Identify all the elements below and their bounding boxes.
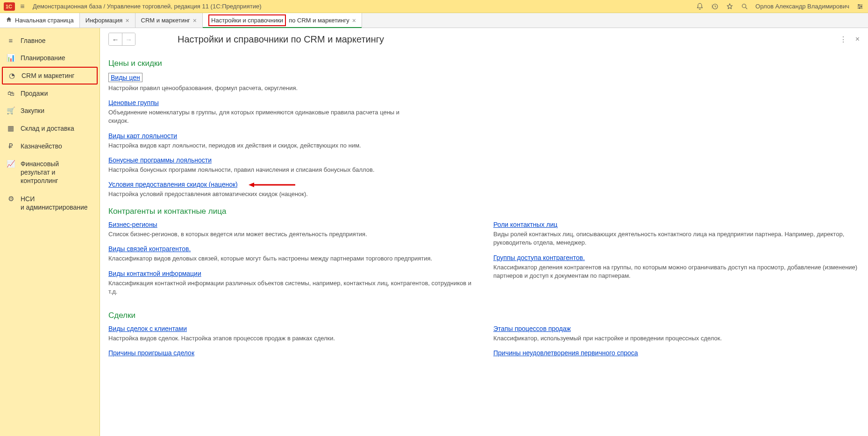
link-price-types[interactable]: Виды цен bbox=[108, 73, 142, 82]
desc: Классификатор, используемый при настройк… bbox=[493, 334, 860, 343]
grid-icon: ▦ bbox=[7, 124, 15, 133]
sidebar: ≡Главное 📊Планирование ◔CRM и маркетинг … bbox=[0, 28, 100, 436]
svg-marker-8 bbox=[249, 183, 254, 187]
tab-crm[interactable]: CRM и маркетинг × bbox=[135, 13, 203, 28]
sidebar-item-planning[interactable]: 📊Планирование bbox=[0, 49, 100, 67]
sidebar-item-warehouse[interactable]: ▦Склад и доставка bbox=[0, 120, 100, 137]
chart-icon: 📈 bbox=[7, 160, 15, 168]
cart-icon: 🛒 bbox=[7, 106, 15, 115]
link-deal-types[interactable]: Виды сделок с клиентами bbox=[108, 325, 187, 332]
tab-label-highlight: Настройки и справочники bbox=[208, 14, 286, 26]
close-icon[interactable]: × bbox=[352, 17, 356, 24]
svg-text:1C: 1C bbox=[6, 4, 12, 9]
desc: Настройка бонусных программ лояльности, … bbox=[108, 166, 407, 174]
pie-icon: ◔ bbox=[7, 71, 16, 80]
menu-icon: ≡ bbox=[7, 36, 15, 44]
desc: Настройка видов сделок. Настройка этапов… bbox=[108, 334, 475, 343]
content-area: ← → Настройки и справочники по CRM и мар… bbox=[100, 28, 868, 436]
nav-buttons: ← → bbox=[108, 33, 135, 46]
section-heading-deals: Сделки bbox=[108, 311, 860, 320]
link-relation-types[interactable]: Виды связей контрагентов. bbox=[108, 245, 191, 253]
close-icon[interactable]: × bbox=[125, 17, 129, 24]
link-discount-conditions[interactable]: Условия предоставления скидок (наценок) bbox=[108, 181, 238, 188]
tab-info[interactable]: Информация × bbox=[80, 13, 135, 28]
section-heading-contr: Контрагенты и контактные лица bbox=[108, 207, 860, 216]
planning-icon: 📊 bbox=[7, 54, 15, 62]
desc: Настройки правил ценообразования, формул… bbox=[108, 84, 407, 92]
link-contact-info-types[interactable]: Виды контактной информации bbox=[108, 270, 201, 277]
tab-label: CRM и маркетинг bbox=[141, 17, 190, 24]
app-title: Демонстрационная база / Управление торго… bbox=[33, 3, 262, 10]
desc: Классификация контактной информации разл… bbox=[108, 279, 475, 296]
desc: Настройка видов карт лояльности, периодо… bbox=[108, 141, 407, 150]
gear-icon: ⚙ bbox=[7, 195, 15, 203]
bell-icon[interactable] bbox=[696, 2, 704, 11]
app-logo: 1C bbox=[4, 2, 15, 11]
link-sale-stages[interactable]: Этапы процессов продаж bbox=[493, 325, 571, 332]
sidebar-item-fin[interactable]: 📈Финансовый результат и контроллинг bbox=[0, 155, 100, 190]
tab-label: Начальная страница bbox=[15, 17, 74, 24]
desc: Классификатор деления контрагентов на гр… bbox=[493, 263, 860, 280]
ruble-icon: ₽ bbox=[7, 142, 15, 150]
svg-point-3 bbox=[742, 4, 746, 7]
sales-icon: 🛍 bbox=[7, 89, 15, 97]
desc: Настройка условий предоставления автомат… bbox=[108, 190, 407, 198]
back-button[interactable]: ← bbox=[109, 33, 122, 45]
desc: Виды ролей контактных лиц, описывающих д… bbox=[493, 230, 860, 247]
link-price-groups[interactable]: Ценовые группы bbox=[108, 99, 159, 106]
hamburger-icon[interactable]: ≡ bbox=[18, 2, 27, 11]
desc: Объединение номенклатуры в группы, для к… bbox=[108, 108, 407, 125]
tab-label-rest: по CRM и маркетингу bbox=[289, 17, 349, 24]
sidebar-item-purchases[interactable]: 🛒Закупки bbox=[0, 102, 100, 120]
star-icon[interactable] bbox=[726, 2, 734, 11]
tab-home[interactable]: Начальная страница bbox=[0, 13, 80, 28]
page-title: Настройки и справочники по CRM и маркети… bbox=[178, 34, 384, 45]
svg-point-5 bbox=[861, 6, 862, 7]
link-regions[interactable]: Бизнес-регионы bbox=[108, 221, 157, 228]
search-icon[interactable] bbox=[740, 2, 749, 11]
link-access-groups[interactable]: Группы доступа контрагентов. bbox=[493, 254, 585, 261]
sidebar-item-crm[interactable]: ◔CRM и маркетинг bbox=[2, 67, 98, 84]
close-icon[interactable]: × bbox=[193, 17, 197, 24]
tab-settings[interactable]: Настройки и справочники по CRM и маркети… bbox=[203, 13, 362, 28]
home-icon bbox=[6, 16, 12, 24]
history-icon[interactable] bbox=[711, 2, 719, 11]
link-contact-roles[interactable]: Роли контактных лиц bbox=[493, 221, 557, 228]
annotation-arrow bbox=[249, 182, 295, 190]
user-name[interactable]: Орлов Александр Владимирович bbox=[755, 3, 849, 10]
tabbar: Начальная страница Информация × CRM и ма… bbox=[0, 13, 868, 28]
link-loss-reasons[interactable]: Причины проигрыша сделок bbox=[108, 349, 194, 357]
forward-button[interactable]: → bbox=[122, 33, 135, 45]
desc: Список бизнес-регионов, в которых ведетс… bbox=[108, 230, 475, 239]
link-unsatisfied-reasons[interactable]: Причины неудовлетворения первичного спро… bbox=[493, 349, 638, 357]
svg-point-4 bbox=[858, 4, 859, 5]
desc: Классификатор видов деловых связей, кото… bbox=[108, 254, 475, 263]
link-bonus-programs[interactable]: Бонусные программы лояльности bbox=[108, 156, 212, 164]
close-icon[interactable]: × bbox=[855, 35, 860, 44]
sidebar-item-treasury[interactable]: ₽Казначейство bbox=[0, 137, 100, 155]
section-heading-prices: Цены и скидки bbox=[108, 59, 860, 68]
sidebar-item-admin[interactable]: ⚙НСИ и администрирование bbox=[0, 190, 100, 216]
link-loyalty-cards[interactable]: Виды карт лояльности bbox=[108, 132, 177, 140]
settings-icon[interactable] bbox=[856, 2, 864, 11]
more-icon[interactable]: ⋮ bbox=[840, 35, 847, 44]
sidebar-item-main[interactable]: ≡Главное bbox=[0, 32, 100, 49]
titlebar: 1C ≡ Демонстрационная база / Управление … bbox=[0, 0, 868, 13]
tab-label: Информация bbox=[85, 17, 123, 24]
sidebar-item-sales[interactable]: 🛍Продажи bbox=[0, 84, 100, 102]
svg-point-6 bbox=[859, 7, 860, 8]
